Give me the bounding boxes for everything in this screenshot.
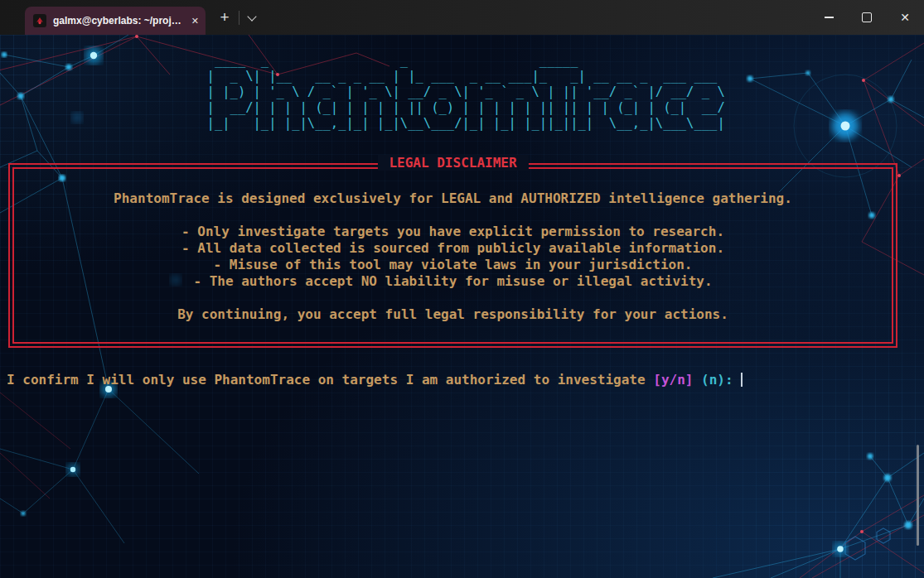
panel-title: LEGAL DISCLAIMER	[377, 155, 528, 171]
tab-title: galmx@cyberlabs: ~/projects,	[53, 15, 185, 26]
tab-app-icon	[33, 14, 46, 27]
close-icon: ✕	[900, 12, 910, 23]
terminal-window: galmx@cyberlabs: ~/projects, ✕ + ✕	[0, 0, 924, 578]
tab-dropdown-button[interactable]	[244, 12, 260, 25]
scrollbar-thumb[interactable]	[917, 445, 919, 546]
maximize-icon	[862, 12, 872, 22]
prompt-space	[693, 372, 701, 388]
terminal-tab[interactable]: galmx@cyberlabs: ~/projects, ✕	[25, 7, 206, 35]
close-button[interactable]: ✕	[886, 0, 924, 35]
window-controls: ✕	[810, 0, 924, 35]
minimize-icon	[825, 17, 834, 17]
tab-divider	[239, 11, 239, 25]
new-tab-button[interactable]: +	[214, 8, 235, 28]
chevron-down-icon	[247, 12, 256, 21]
prompt-default: (n):	[701, 372, 733, 388]
legal-disclaimer-panel: LEGAL DISCLAIMER PhantomTrace is designe…	[8, 163, 897, 348]
prompt-question: I confirm I will only use PhantomTrace o…	[7, 372, 653, 388]
terminal-content[interactable]: ____ _ _ _____ | _ \| |__ __ _ _ __ | |_…	[0, 35, 924, 578]
terminal-cursor	[741, 373, 743, 387]
confirmation-prompt: I confirm I will only use PhantomTrace o…	[7, 372, 743, 388]
tab-close-icon[interactable]: ✕	[191, 17, 199, 26]
ascii-banner: ____ _ _ _____ | _ \| |__ __ _ _ __ | |_…	[0, 53, 924, 132]
maximize-button[interactable]	[848, 0, 886, 35]
disclaimer-text: PhantomTrace is designed exclusively for…	[10, 190, 896, 323]
titlebar: galmx@cyberlabs: ~/projects, ✕ + ✕	[0, 0, 924, 35]
minimize-button[interactable]	[810, 0, 848, 35]
prompt-options: [y/n]	[653, 372, 693, 388]
ascii-banner-text: ____ _ _ _____ | _ \| |__ __ _ _ __ | |_…	[199, 53, 725, 132]
